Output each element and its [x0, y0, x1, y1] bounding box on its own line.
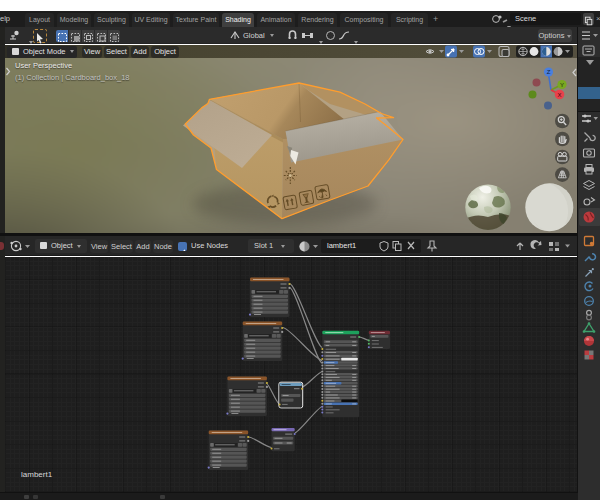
svg-text:X: X [557, 92, 561, 98]
svg-text:Y: Y [560, 82, 564, 88]
svg-text:Z: Z [547, 69, 551, 75]
